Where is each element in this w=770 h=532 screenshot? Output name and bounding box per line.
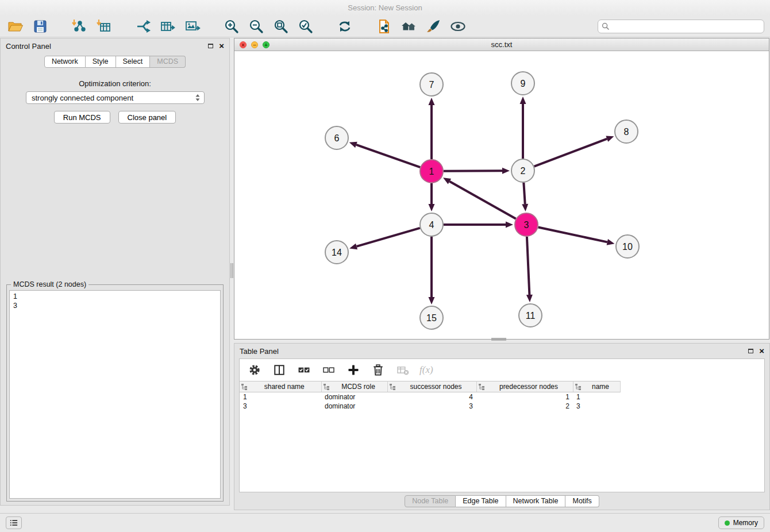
graph-node-label-10: 10 bbox=[622, 242, 633, 252]
column-type-icon bbox=[241, 384, 248, 390]
apply-style-button[interactable] bbox=[424, 17, 443, 36]
close-table-panel-icon[interactable]: × bbox=[759, 348, 764, 354]
column-header-predecessor-nodes[interactable]: predecessor nodes bbox=[476, 381, 573, 392]
function-builder-button[interactable]: f(x) bbox=[419, 364, 433, 376]
column-header-name[interactable]: name bbox=[573, 381, 620, 392]
main-toolbar bbox=[0, 16, 770, 37]
save-session-button[interactable] bbox=[30, 17, 50, 36]
deselect-all-button[interactable] bbox=[321, 362, 337, 378]
search-box[interactable] bbox=[598, 20, 764, 33]
tab-motifs[interactable]: Motifs bbox=[565, 495, 599, 507]
search-input[interactable] bbox=[612, 21, 760, 31]
table-row[interactable]: 3 dominator 3 2 3 bbox=[240, 402, 620, 411]
graph-node-label-7: 7 bbox=[429, 80, 434, 90]
column-header-shared-name[interactable]: shared name bbox=[240, 381, 321, 392]
import-network-button[interactable] bbox=[70, 17, 89, 36]
table-header-row: shared name MCDS role successor nodes pr… bbox=[240, 381, 620, 392]
task-history-button[interactable] bbox=[6, 516, 22, 529]
network-graph[interactable]: 7968124310141511 bbox=[234, 51, 769, 339]
zoom-fit-icon bbox=[273, 18, 289, 34]
graph-edge-1-6[interactable] bbox=[356, 145, 420, 167]
optimization-criterion-select[interactable]: strongly connected component bbox=[26, 91, 205, 104]
graph-edge-4-14[interactable] bbox=[357, 228, 420, 246]
graph-edge-arrowhead bbox=[606, 136, 614, 142]
network-view-window: × – + scc.txt 7968124310141511 bbox=[234, 38, 769, 340]
export-image-button[interactable] bbox=[183, 17, 202, 36]
graph-edge-1-2[interactable] bbox=[444, 171, 502, 171]
window-maximize-icon[interactable]: + bbox=[263, 41, 270, 48]
graph-edge-2-8[interactable] bbox=[534, 139, 607, 167]
delete-column-button[interactable] bbox=[370, 362, 386, 378]
create-column-button[interactable] bbox=[345, 362, 361, 378]
graph-edge-3-11[interactable] bbox=[527, 237, 529, 295]
tab-node-table[interactable]: Node Table bbox=[405, 495, 456, 507]
unchecked-boxes-icon bbox=[322, 363, 336, 377]
tab-select[interactable]: Select bbox=[116, 56, 151, 68]
mcds-result-list[interactable]: 1 3 bbox=[9, 290, 221, 499]
zoom-selected-button[interactable] bbox=[296, 17, 315, 36]
export-table-button[interactable] bbox=[158, 17, 178, 36]
cell-mcds-role: dominator bbox=[321, 392, 387, 402]
table-settings-button[interactable] bbox=[247, 362, 263, 378]
graph-edge-3-1[interactable] bbox=[449, 182, 515, 219]
style-brush-icon bbox=[425, 18, 441, 34]
window-title: Session: New Session bbox=[348, 3, 422, 12]
table-panel: Table Panel × bbox=[234, 343, 770, 510]
network-window-title: scc.txt bbox=[491, 40, 513, 49]
table-row[interactable]: 1 dominator 4 1 1 bbox=[240, 392, 620, 402]
close-panel-button[interactable]: Close panel bbox=[118, 111, 176, 124]
tab-edge-table[interactable]: Edge Table bbox=[456, 495, 506, 507]
home-icon bbox=[401, 18, 417, 34]
column-type-icon bbox=[390, 384, 396, 390]
close-panel-icon[interactable]: × bbox=[219, 43, 224, 49]
control-panel-header: Control Panel × bbox=[1, 38, 229, 53]
cell-predecessor-nodes: 2 bbox=[476, 402, 573, 411]
tab-network-table[interactable]: Network Table bbox=[506, 495, 566, 507]
zoom-out-icon bbox=[248, 18, 264, 34]
node-table: shared name MCDS role successor nodes pr… bbox=[240, 381, 621, 411]
run-mcds-button[interactable]: Run MCDS bbox=[54, 111, 110, 124]
tab-network[interactable]: Network bbox=[44, 56, 86, 68]
column-type-icon bbox=[324, 384, 330, 390]
float-table-panel-icon[interactable] bbox=[748, 349, 753, 353]
horizontal-splitter-handle[interactable] bbox=[491, 338, 506, 341]
zoom-fit-button[interactable] bbox=[271, 17, 291, 36]
zoom-in-button[interactable] bbox=[222, 17, 241, 36]
show-columns-button[interactable] bbox=[271, 362, 287, 378]
mcds-result-groupbox: MCDS result (2 nodes) 1 3 bbox=[6, 284, 224, 502]
delete-table-button[interactable] bbox=[395, 362, 411, 378]
open-session-button[interactable] bbox=[6, 17, 25, 36]
graph-edge-3-10[interactable] bbox=[538, 227, 607, 242]
trash-icon bbox=[371, 363, 385, 377]
zoom-out-button[interactable] bbox=[247, 17, 266, 36]
float-panel-icon[interactable] bbox=[208, 44, 213, 48]
window-minimize-icon[interactable]: – bbox=[251, 41, 258, 48]
import-table-button[interactable] bbox=[94, 17, 114, 36]
export-network-button[interactable] bbox=[133, 17, 153, 36]
graph-edge-2-3[interactable] bbox=[523, 183, 525, 204]
delete-table-icon bbox=[396, 363, 410, 377]
tab-style[interactable]: Style bbox=[86, 56, 116, 68]
graph-node-label-1: 1 bbox=[429, 167, 434, 176]
graph-edge-arrowhead bbox=[429, 98, 435, 105]
show-hide-graphics-button[interactable] bbox=[448, 17, 468, 36]
home-button[interactable] bbox=[399, 17, 418, 36]
vertical-splitter-handle[interactable] bbox=[230, 263, 233, 278]
memory-button[interactable]: Memory bbox=[718, 516, 764, 529]
tab-mcds[interactable]: MCDS bbox=[150, 56, 186, 68]
select-all-button[interactable] bbox=[296, 362, 312, 378]
optimization-criterion-value: strongly connected component bbox=[32, 94, 133, 102]
column-header-successor-nodes[interactable]: successor nodes bbox=[387, 381, 476, 392]
graph-node-label-4: 4 bbox=[429, 220, 434, 230]
table-panel-tabs: Node Table Edge Table Network Table Moti… bbox=[234, 495, 769, 507]
graph-edge-arrowhead bbox=[506, 222, 513, 228]
network-file-manager-button[interactable] bbox=[374, 17, 394, 36]
window-close-icon[interactable]: × bbox=[240, 41, 247, 48]
checked-boxes-icon bbox=[297, 363, 311, 377]
graph-node-label-11: 11 bbox=[526, 311, 536, 321]
graph-edge-arrowhead bbox=[429, 297, 435, 304]
refresh-layout-button[interactable] bbox=[335, 17, 355, 36]
optimization-criterion-label: Optimization criterion: bbox=[1, 79, 229, 88]
column-header-mcds-role[interactable]: MCDS role bbox=[321, 381, 387, 392]
cell-successor-nodes: 4 bbox=[387, 392, 476, 402]
